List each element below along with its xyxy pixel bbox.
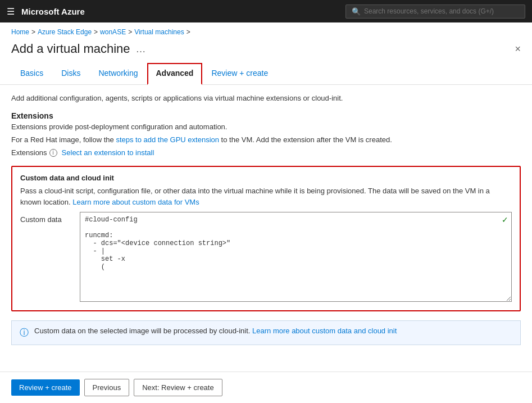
tab-description: Add additional configuration, agents, sc… xyxy=(11,94,521,102)
more-options-icon[interactable]: … xyxy=(136,43,146,55)
custom-data-title: Custom data and cloud init xyxy=(20,174,512,182)
hamburger-icon[interactable]: ☰ xyxy=(7,6,15,17)
breadcrumb-wonase[interactable]: wonASE xyxy=(100,28,126,36)
extensions-label: Extensions i xyxy=(11,148,57,157)
redhat-note: For a Red Hat image, follow the steps to… xyxy=(11,135,521,144)
custom-data-desc: Pass a cloud-init script, configuration … xyxy=(20,185,512,207)
info-banner-text: Custom data on the selected image will b… xyxy=(34,327,397,335)
app-title: Microsoft Azure xyxy=(21,7,85,16)
info-banner: ⓘ Custom data on the selected image will… xyxy=(11,320,521,345)
search-input[interactable] xyxy=(364,7,519,15)
custom-data-label: Custom data xyxy=(20,212,71,224)
extensions-info-icon[interactable]: i xyxy=(49,149,57,157)
previous-button[interactable]: Previous xyxy=(84,379,130,396)
learn-more-custom-data-link[interactable]: Learn more about custom data for VMs xyxy=(72,198,199,206)
tab-review-create[interactable]: Review + create xyxy=(202,63,277,84)
tab-networking[interactable]: Networking xyxy=(89,63,147,84)
extensions-desc: Extensions provide post-deployment confi… xyxy=(11,123,521,131)
tab-basics[interactable]: Basics xyxy=(11,63,52,84)
breadcrumb-virtual-machines[interactable]: Virtual machines xyxy=(134,28,184,36)
page-header: Add a virtual machine … × xyxy=(0,38,532,63)
next-button[interactable]: Next: Review + create xyxy=(134,379,222,396)
close-button[interactable]: × xyxy=(515,44,521,54)
search-bar[interactable]: 🔍 xyxy=(345,4,525,19)
tabs-container: Basics Disks Networking Advanced Review … xyxy=(0,63,532,85)
extensions-section: Extensions Extensions provide post-deplo… xyxy=(11,111,521,157)
footer-bar: Review + create Previous Next: Review + … xyxy=(0,372,532,403)
gpu-extension-link[interactable]: steps to add the GPU extension xyxy=(116,135,219,144)
tab-advanced[interactable]: Advanced xyxy=(147,63,203,85)
custom-data-textarea[interactable]: #cloud-config runcmd: - dcs="<device con… xyxy=(80,212,512,302)
extensions-row: Extensions i Select an extension to inst… xyxy=(11,148,521,157)
checkmark-icon: ✓ xyxy=(502,215,508,224)
breadcrumb-azure-stack-edge[interactable]: Azure Stack Edge xyxy=(38,28,92,36)
breadcrumb-home[interactable]: Home xyxy=(11,28,29,36)
tab-disks[interactable]: Disks xyxy=(52,63,89,84)
main-container: Home > Azure Stack Edge > wonASE > Virtu… xyxy=(0,22,532,403)
custom-data-row: Custom data #cloud-config runcmd: - dcs=… xyxy=(20,212,512,304)
info-banner-link[interactable]: Learn more about custom data and cloud i… xyxy=(252,327,397,335)
custom-data-textarea-wrap: #cloud-config runcmd: - dcs="<device con… xyxy=(80,212,512,304)
page-title: Add a virtual machine xyxy=(11,42,130,56)
extensions-title: Extensions xyxy=(11,111,521,120)
info-banner-icon: ⓘ xyxy=(20,327,29,339)
breadcrumb: Home > Azure Stack Edge > wonASE > Virtu… xyxy=(0,22,532,38)
select-extension-link[interactable]: Select an extension to install xyxy=(62,148,154,157)
content-area: Add additional configuration, agents, sc… xyxy=(0,85,532,363)
search-icon: 🔍 xyxy=(352,7,361,16)
custom-data-section: Custom data and cloud init Pass a cloud-… xyxy=(11,166,521,311)
review-create-button[interactable]: Review + create xyxy=(11,379,80,396)
top-navigation: ☰ Microsoft Azure 🔍 xyxy=(0,0,532,22)
